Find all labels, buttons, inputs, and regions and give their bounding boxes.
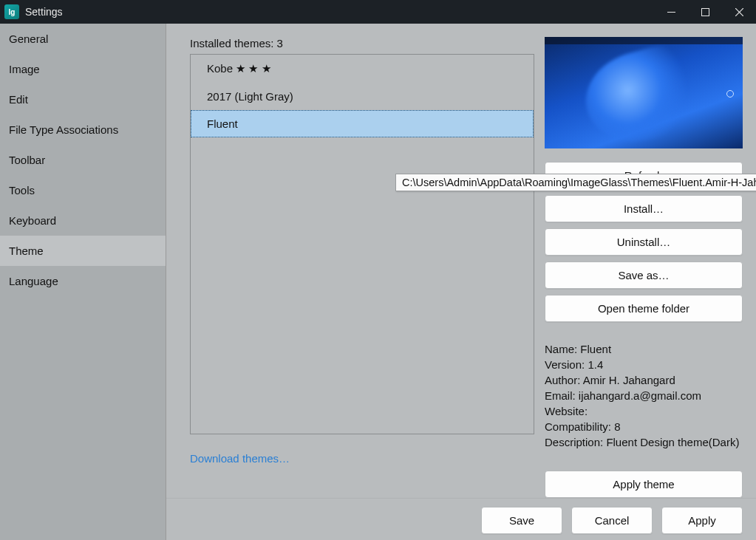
cancel-button[interactable]: Cancel	[571, 507, 653, 534]
theme-content: Installed themes: 3 Kobe ★ ★ ★ 2017 (Lig…	[166, 24, 756, 498]
theme-path-tooltip: C:\Users\Admin\AppData\Roaming\ImageGlas…	[395, 174, 756, 191]
detail-version: Version: 1.4	[545, 357, 743, 372]
theme-item-kobe[interactable]: Kobe ★ ★ ★	[191, 55, 534, 83]
sidebar-item-general[interactable]: General	[0, 24, 166, 54]
save-as-button[interactable]: Save as…	[545, 262, 743, 289]
theme-left-column: Installed themes: 3 Kobe ★ ★ ★ 2017 (Lig…	[190, 37, 534, 498]
detail-description: Description: Fluent Design theme(Dark)	[545, 434, 743, 450]
theme-details: Name: Fluent Version: 1.4 Author: Amir H…	[545, 341, 743, 450]
theme-item-fluent[interactable]: Fluent	[191, 110, 534, 137]
sidebar-item-theme[interactable]: Theme	[0, 236, 166, 266]
install-button[interactable]: Install…	[545, 195, 743, 222]
sidebar-item-toolbar[interactable]: Toolbar	[0, 145, 166, 175]
body: General Image Edit File Type Association…	[0, 24, 756, 540]
detail-email: Email: ijahangard.a@gmail.com	[545, 388, 743, 403]
theme-list[interactable]: Kobe ★ ★ ★ 2017 (Light Gray) Fluent	[190, 54, 534, 434]
maximize-button[interactable]	[688, 0, 722, 24]
detail-compat: Compatibility: 8	[545, 419, 743, 434]
close-button[interactable]	[722, 0, 756, 24]
apply-theme-wrap: Apply theme	[545, 471, 743, 498]
detail-name: Name: Fluent	[545, 341, 743, 357]
app-icon-text: Ig	[9, 8, 16, 16]
titlebar: Ig Settings	[0, 0, 756, 24]
sidebar-item-edit[interactable]: Edit	[0, 84, 166, 115]
main-panel: Installed themes: 3 Kobe ★ ★ ★ 2017 (Lig…	[166, 24, 756, 540]
minimize-button[interactable]	[654, 0, 688, 24]
apply-button[interactable]: Apply	[661, 507, 743, 534]
maximize-icon	[701, 8, 709, 16]
sidebar: General Image Edit File Type Association…	[0, 24, 166, 540]
sidebar-item-language[interactable]: Language	[0, 266, 166, 296]
installed-themes-label: Installed themes: 3	[190, 37, 534, 49]
save-button[interactable]: Save	[481, 507, 562, 534]
theme-right-column: Refresh Install… Uninstall… Save as… Ope…	[545, 37, 743, 498]
footer: Save Cancel Apply	[166, 498, 756, 540]
app-icon: Ig	[4, 4, 19, 19]
sidebar-item-file-type-associations[interactable]: File Type Associations	[0, 115, 166, 145]
close-icon	[735, 8, 743, 16]
settings-window: Ig Settings General Image Edit File Type…	[0, 0, 756, 540]
theme-preview-image	[545, 37, 743, 148]
theme-item-2017[interactable]: 2017 (Light Gray)	[191, 83, 534, 110]
uninstall-button[interactable]: Uninstall…	[545, 228, 743, 256]
minimize-icon	[667, 8, 675, 16]
window-title: Settings	[25, 6, 63, 18]
apply-theme-button[interactable]: Apply theme	[545, 471, 743, 498]
download-themes-link[interactable]: Download themes…	[190, 452, 534, 465]
sidebar-item-tools[interactable]: Tools	[0, 175, 166, 205]
detail-author: Author: Amir H. Jahangard	[545, 372, 743, 388]
sidebar-item-keyboard[interactable]: Keyboard	[0, 205, 166, 236]
open-theme-folder-button[interactable]: Open theme folder	[545, 295, 743, 322]
sidebar-item-image[interactable]: Image	[0, 54, 166, 84]
svg-rect-1	[701, 8, 709, 16]
detail-website: Website:	[545, 403, 743, 419]
